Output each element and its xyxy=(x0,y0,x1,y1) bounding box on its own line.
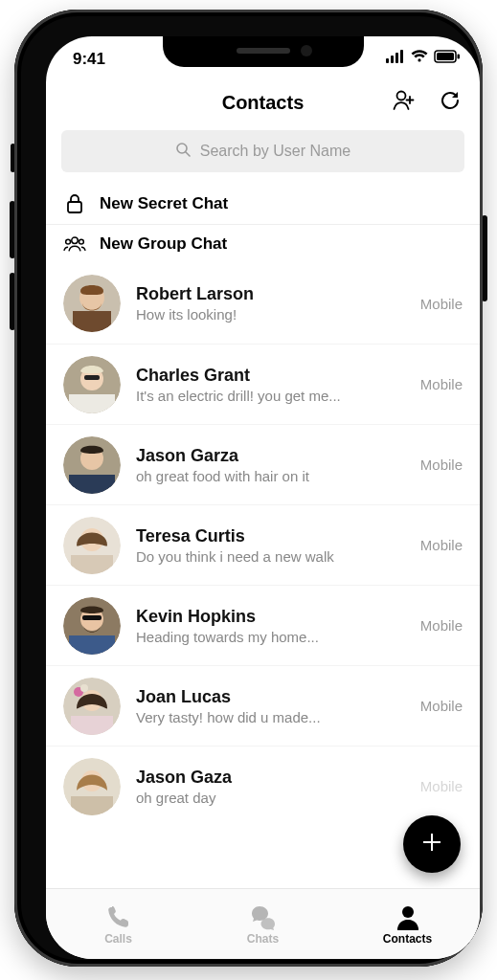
avatar xyxy=(63,678,121,735)
tab-chats[interactable]: Chats xyxy=(191,889,335,959)
battery-icon xyxy=(434,50,461,63)
contact-name: Kevin Hopkins xyxy=(136,607,405,627)
svg-rect-2 xyxy=(395,53,398,63)
svg-rect-5 xyxy=(437,53,454,60)
svg-point-13 xyxy=(79,239,84,244)
contact-badge: Mobile xyxy=(420,778,463,794)
contact-badge: Mobile xyxy=(420,698,463,714)
wifi-icon xyxy=(411,50,428,63)
contact-list: Robert Larson How its looking! Mobile Ch… xyxy=(46,263,480,826)
tab-label: Contacts xyxy=(383,932,432,946)
contact-row[interactable]: Jason Garza oh great food with hair on i… xyxy=(46,424,480,504)
svg-rect-44 xyxy=(71,796,113,815)
contact-name: Joan Lucas xyxy=(136,687,405,707)
contact-badge: Mobile xyxy=(420,537,463,553)
screen: 9:41 Contacts xyxy=(46,36,480,959)
svg-rect-25 xyxy=(69,475,115,494)
new-group-chat[interactable]: New Group Chat xyxy=(46,225,480,263)
svg-rect-35 xyxy=(82,615,102,620)
avatar xyxy=(63,436,121,494)
contact-message: Heading towards my home... xyxy=(136,629,405,645)
avatar xyxy=(63,597,121,655)
svg-rect-0 xyxy=(386,58,389,63)
tab-label: Calls xyxy=(104,932,132,946)
svg-point-12 xyxy=(66,239,71,244)
avatar xyxy=(63,517,121,574)
contact-name: Teresa Curtis xyxy=(136,526,405,546)
tab-bar: Calls Chats Contacts xyxy=(46,888,480,959)
contact-message: oh great food with hair on it xyxy=(136,468,405,484)
svg-point-11 xyxy=(72,237,78,243)
tab-calls[interactable]: Calls xyxy=(46,889,191,959)
svg-rect-29 xyxy=(71,555,113,574)
add-contact-button[interactable] xyxy=(392,88,417,113)
contact-row[interactable]: Jason Gaza oh great day Mobile xyxy=(46,746,480,826)
svg-point-7 xyxy=(397,92,406,100)
chat-icon xyxy=(249,903,278,930)
contact-badge: Mobile xyxy=(420,296,463,312)
svg-rect-3 xyxy=(400,50,403,63)
refresh-button[interactable] xyxy=(438,88,463,113)
svg-line-9 xyxy=(186,152,190,156)
contact-message: How its looking! xyxy=(136,306,405,323)
contact-row[interactable]: Charles Grant It's an electric drill! yo… xyxy=(46,344,480,424)
svg-rect-16 xyxy=(73,311,111,332)
svg-rect-6 xyxy=(458,55,461,59)
phone-icon xyxy=(105,903,132,930)
avatar xyxy=(63,275,121,332)
search-icon xyxy=(175,142,191,161)
avatar xyxy=(63,356,121,413)
contact-row[interactable]: Kevin Hopkins Heading towards my home...… xyxy=(46,585,480,665)
svg-rect-1 xyxy=(391,56,394,63)
page-title: Contacts xyxy=(222,92,305,114)
plus-icon xyxy=(420,828,443,860)
svg-rect-38 xyxy=(71,716,113,735)
svg-rect-10 xyxy=(68,202,81,212)
add-button[interactable] xyxy=(403,815,461,873)
contact-message: oh great day xyxy=(136,790,405,806)
contact-name: Jason Garza xyxy=(136,446,405,466)
tab-label: Chats xyxy=(247,932,279,946)
notch xyxy=(163,36,364,67)
contact-badge: Mobile xyxy=(420,457,463,473)
svg-rect-33 xyxy=(69,635,115,655)
search-placeholder: Search by User Name xyxy=(200,143,350,160)
contact-row[interactable]: Robert Larson How its looking! Mobile xyxy=(46,263,480,344)
action-label: New Group Chat xyxy=(100,234,227,254)
search-input[interactable]: Search by User Name xyxy=(61,130,464,172)
avatar xyxy=(63,758,121,815)
contact-row[interactable]: Joan Lucas Very tasty! how did u made...… xyxy=(46,665,480,746)
new-secret-chat[interactable]: New Secret Chat xyxy=(46,184,480,225)
tab-contacts[interactable]: Contacts xyxy=(335,889,480,959)
signal-icon xyxy=(386,50,405,63)
header: Contacts xyxy=(46,78,480,126)
contact-badge: Mobile xyxy=(420,376,463,392)
phone-bezel: 9:41 Contacts xyxy=(14,10,483,967)
contact-name: Charles Grant xyxy=(136,366,405,386)
group-icon xyxy=(63,234,86,254)
contacts-icon xyxy=(395,903,420,930)
contact-badge: Mobile xyxy=(420,617,463,634)
contact-name: Jason Gaza xyxy=(136,768,405,788)
svg-rect-22 xyxy=(84,375,100,380)
status-time: 9:41 xyxy=(73,50,105,69)
lock-icon xyxy=(63,193,86,214)
svg-rect-20 xyxy=(69,394,115,413)
contact-message: Do you think i need a new walk xyxy=(136,548,405,565)
svg-point-46 xyxy=(402,906,414,918)
action-label: New Secret Chat xyxy=(100,194,228,213)
contact-message: It's an electric drill! you get me... xyxy=(136,388,405,404)
contact-name: Robert Larson xyxy=(136,284,405,304)
contact-message: Very tasty! how did u made... xyxy=(136,709,405,725)
contact-row[interactable]: Teresa Curtis Do you think i need a new … xyxy=(46,504,480,585)
svg-point-41 xyxy=(80,684,88,692)
